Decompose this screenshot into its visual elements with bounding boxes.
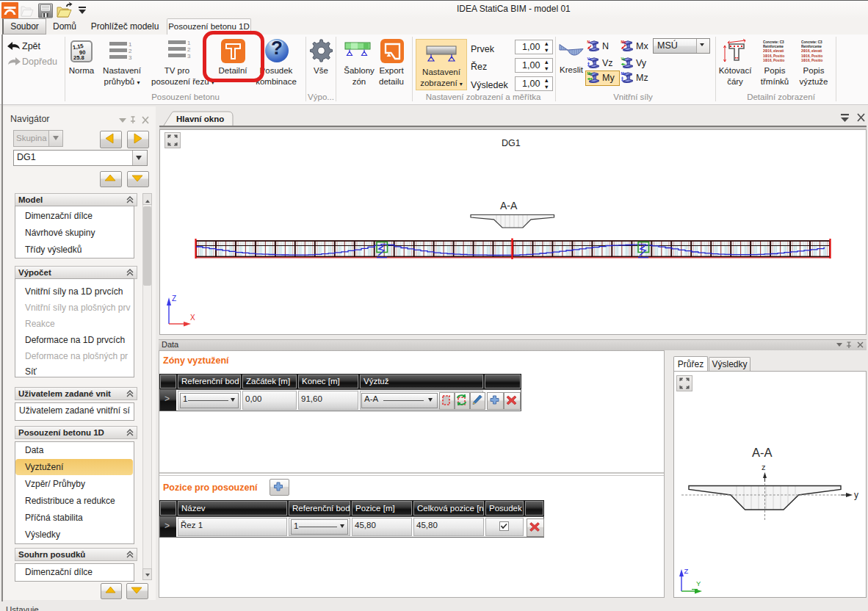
- svg-text:3: 3: [129, 54, 132, 61]
- svg-text:z: z: [762, 463, 766, 471]
- svg-text:2: 2: [129, 48, 132, 54]
- svg-text:y: y: [854, 490, 858, 500]
- svg-text:Mx: Mx: [621, 40, 626, 44]
- svg-text:3: 3: [187, 53, 191, 59]
- svg-text:Z: Z: [172, 294, 176, 303]
- svg-text:N: N: [587, 40, 590, 44]
- svg-text:1: 1: [187, 40, 191, 46]
- svg-text:X: X: [190, 314, 195, 322]
- svg-text:My: My: [587, 71, 593, 76]
- svg-text:1: 1: [129, 41, 132, 48]
- svg-text:2: 2: [187, 46, 191, 53]
- svg-text:Vy: Vy: [621, 57, 626, 61]
- svg-text:Y: Y: [696, 579, 701, 588]
- svg-text:Vz: Vz: [587, 57, 592, 61]
- svg-text:Mz: Mz: [621, 71, 626, 76]
- svg-text:Z: Z: [684, 567, 689, 575]
